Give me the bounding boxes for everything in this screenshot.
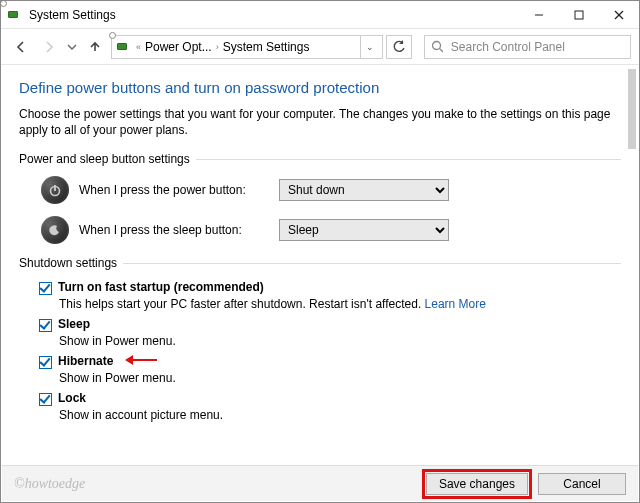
recent-locations-button[interactable] [65, 35, 79, 59]
page-title: Define power buttons and turn on passwor… [19, 79, 621, 96]
section-label-shutdown: Shutdown settings [19, 256, 117, 270]
maximize-button[interactable] [559, 1, 599, 29]
divider [196, 159, 621, 160]
titlebar: System Settings [1, 1, 639, 29]
footer: ©howtoedge Save changes Cancel [2, 465, 638, 501]
learn-more-link[interactable]: Learn More [425, 297, 486, 311]
navbar: « Power Opt... › System Settings ⌄ [1, 29, 639, 65]
search-input[interactable] [449, 39, 624, 55]
svg-rect-1 [575, 11, 583, 19]
sleep-button-icon [41, 216, 69, 244]
back-button[interactable] [9, 35, 33, 59]
svg-line-5 [440, 49, 443, 53]
save-changes-button[interactable]: Save changes [426, 473, 528, 495]
sleep-checkbox[interactable] [39, 319, 52, 332]
cancel-button[interactable]: Cancel [538, 473, 626, 495]
breadcrumb-segment[interactable]: Power Opt... [145, 40, 212, 54]
lock-checkbox[interactable] [39, 393, 52, 406]
refresh-button[interactable] [386, 35, 412, 59]
breadcrumb-segment[interactable]: System Settings [223, 40, 310, 54]
power-button-select[interactable]: Do nothingSleepHibernateShut downTurn of… [279, 179, 449, 201]
breadcrumb[interactable]: « Power Opt... › System Settings ⌄ [111, 35, 383, 59]
page-description: Choose the power settings that you want … [19, 106, 621, 138]
chevron-right-icon: › [216, 42, 219, 52]
breadcrumb-separator-icon: « [136, 42, 141, 52]
lock-checkbox-sub: Show in account picture menu. [59, 408, 621, 422]
fast-startup-label: Turn on fast startup (recommended) [58, 280, 264, 294]
fast-startup-sub: This helps start your PC faster after sh… [59, 297, 621, 311]
lock-checkbox-label: Lock [58, 391, 86, 405]
scrollbar-thumb[interactable] [628, 69, 636, 149]
up-button[interactable] [83, 35, 107, 59]
power-button-label: When I press the power button: [79, 183, 269, 197]
power-options-icon [7, 7, 23, 23]
sleep-button-label: When I press the sleep button: [79, 223, 269, 237]
power-button-icon [41, 176, 69, 204]
hibernate-checkbox[interactable] [39, 356, 52, 369]
hibernate-checkbox-label: Hibernate [58, 354, 157, 368]
annotation-arrow-icon [125, 355, 157, 365]
vertical-scrollbar[interactable] [628, 69, 636, 461]
close-button[interactable] [599, 1, 639, 29]
sleep-checkbox-label: Sleep [58, 317, 90, 331]
divider [123, 263, 621, 264]
watermark: ©howtoedge [14, 476, 85, 492]
hibernate-checkbox-sub: Show in Power menu. [59, 371, 621, 385]
search-icon [431, 40, 443, 53]
forward-button[interactable] [37, 35, 61, 59]
svg-point-4 [433, 42, 441, 50]
sleep-button-select[interactable]: Do nothingSleepHibernateShut downTurn of… [279, 219, 449, 241]
fast-startup-checkbox[interactable] [39, 282, 52, 295]
window-title: System Settings [29, 8, 116, 22]
search-box[interactable] [424, 35, 631, 59]
minimize-button[interactable] [519, 1, 559, 29]
breadcrumb-dropdown-icon[interactable]: ⌄ [360, 36, 378, 58]
section-label-buttons: Power and sleep button settings [19, 152, 190, 166]
content-area: Define power buttons and turn on passwor… [1, 65, 639, 465]
power-options-icon [116, 39, 132, 55]
sleep-checkbox-sub: Show in Power menu. [59, 334, 621, 348]
